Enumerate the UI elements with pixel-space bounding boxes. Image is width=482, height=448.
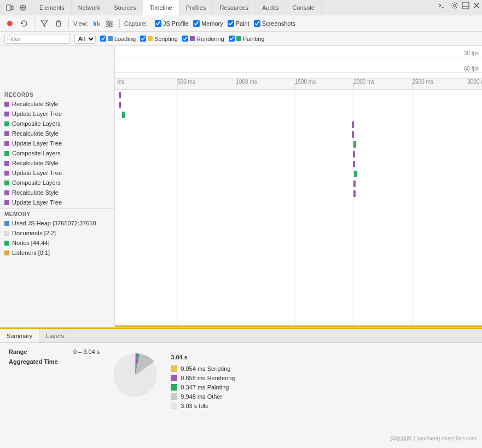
bar-1 (119, 102, 121, 108)
legend-idle: 3.03 s Idle (171, 403, 235, 409)
tab-console[interactable]: Console (286, 0, 322, 15)
left-panel: RECORDS Recalculate Style Update Layer T… (0, 90, 115, 327)
refresh-button[interactable] (19, 18, 30, 29)
memory-nodes[interactable]: Nodes [44:44] (0, 238, 114, 248)
settings-icon[interactable] (449, 0, 460, 11)
summary-content: Range 0 – 3.04 s Aggregated Time (0, 343, 482, 448)
memory-listeners[interactable]: Listeners [0:1] (0, 248, 114, 258)
left-panel-top (0, 46, 115, 90)
terminal-icon[interactable] (436, 0, 447, 11)
scripting-color (148, 36, 153, 41)
capture-paint[interactable]: Paint (228, 20, 249, 27)
grid-lines (115, 90, 482, 327)
filter-input[interactable] (4, 34, 70, 44)
fps-area: 30 fps 60 fps (115, 46, 482, 79)
svg-point-22 (108, 25, 110, 27)
svg-rect-1 (11, 6, 13, 10)
mem-dot-3 (4, 241, 9, 246)
view-icons (91, 18, 115, 29)
record-button[interactable] (4, 18, 15, 29)
device-icon[interactable] (4, 2, 15, 13)
bar-2 (122, 112, 125, 118)
inspect-icon[interactable] (18, 2, 28, 13)
filter-rendering[interactable]: Rendering (182, 36, 224, 42)
record-composite-3[interactable]: Composite Layers (0, 178, 114, 188)
filter-painting[interactable]: Painting (229, 36, 265, 42)
summary-tab-layers[interactable]: Layers (39, 329, 71, 342)
record-recalc-style-3[interactable]: Recalculate Style (0, 158, 114, 168)
mem-dot-4 (4, 251, 9, 255)
memory-documents[interactable]: Documents [2:2] (0, 228, 114, 238)
tab-timeline[interactable]: Timeline (143, 0, 179, 15)
capture-screenshots[interactable]: Screenshots (254, 20, 295, 27)
range-value: 0 – 3.04 s (73, 348, 100, 355)
legend-painting: 0.347 ms Painting (171, 384, 235, 391)
legend-idle-color (171, 403, 177, 409)
capture-options: JS Profile Memory Paint Screenshots (155, 20, 295, 27)
summary-right: 3.04 s 0.054 ms Scripting 0.658 ms Rende… (111, 348, 235, 443)
svg-rect-13 (94, 21, 95, 26)
record-recalc-style-1[interactable]: Recalculate Style (0, 99, 114, 109)
svg-rect-14 (95, 22, 96, 26)
fps-60-label: 60 fps (464, 66, 479, 72)
filter-select[interactable]: All (74, 34, 96, 44)
timeline-area: 30 fps 60 fps ms 500 ms 1000 ms 1500 ms … (0, 46, 482, 328)
legend-other-color (171, 393, 177, 400)
record-composite-1[interactable]: Composite Layers (0, 119, 114, 129)
legend-rendering: 0.658 ms Rendering (171, 375, 235, 381)
record-dot-1 (4, 102, 9, 107)
dock-icon[interactable] (460, 0, 471, 11)
bar-9 (353, 181, 356, 187)
trash-icon[interactable] (53, 18, 64, 29)
filter-loading[interactable]: Loading (100, 36, 136, 42)
record-update-layer-4[interactable]: Update Layer Tree (0, 197, 114, 207)
fps-30-line (115, 57, 482, 57)
separator-1 (34, 19, 34, 28)
main-area: 30 fps 60 fps ms 500 ms 1000 ms 1500 ms … (0, 46, 482, 448)
tab-elements[interactable]: Elements (33, 0, 72, 15)
sliders-view-icon[interactable] (104, 18, 115, 29)
bar-8 (354, 171, 357, 177)
tab-audits[interactable]: Audits (255, 0, 286, 15)
svg-point-6 (454, 4, 456, 7)
records-header: RECORDS (0, 90, 114, 99)
svg-point-20 (107, 21, 109, 23)
record-update-layer-3[interactable]: Update Layer Tree (0, 168, 114, 178)
memory-jsheap[interactable]: Used JS Heap [3765072:37650 (0, 218, 114, 228)
record-update-layer-1[interactable]: Update Layer Tree (0, 109, 114, 119)
tab-icon-area (4, 0, 28, 15)
bar-4 (352, 131, 354, 138)
painting-color (236, 36, 241, 41)
filter-scripting[interactable]: Scripting (140, 36, 178, 42)
record-dot-2 (4, 112, 9, 117)
devtools-tabbar: Elements Network Sources Timeline Profil… (0, 0, 482, 15)
svg-rect-15 (97, 21, 98, 26)
capture-memory[interactable]: Memory (193, 20, 223, 27)
close-icon[interactable] (471, 0, 482, 11)
capture-jsprofile[interactable]: JS Profile (155, 20, 189, 27)
range-key: Range (9, 348, 69, 355)
record-recalc-style-4[interactable]: Recalculate Style (0, 188, 114, 197)
legend-other: 9.948 ms Other (171, 393, 235, 400)
legend-scripting: 0.054 ms Scripting (171, 365, 235, 372)
svg-marker-12 (41, 21, 48, 27)
legend-rendering-color (171, 375, 177, 381)
summary-range-row: Range 0 – 3.04 s (9, 348, 100, 355)
legend-items: 3.04 s 0.054 ms Scripting 0.658 ms Rende… (171, 354, 235, 409)
mem-dot-2 (4, 231, 9, 236)
summary-left: Range 0 – 3.04 s Aggregated Time (9, 348, 100, 443)
right-top: 30 fps 60 fps ms 500 ms 1000 ms 1500 ms … (115, 46, 482, 90)
memory-header: MEMORY (0, 209, 114, 218)
tab-profiles[interactable]: Profiles (179, 0, 213, 15)
tab-resources[interactable]: Resources (213, 0, 255, 15)
summary-tabs: Summary Layers (0, 329, 482, 343)
mem-dot-1 (4, 221, 9, 226)
summary-tab-summary[interactable]: Summary (0, 329, 39, 342)
tab-sources[interactable]: Sources (107, 0, 143, 15)
tab-network[interactable]: Network (72, 0, 107, 15)
record-recalc-style-2[interactable]: Recalculate Style (0, 129, 114, 138)
bars-view-icon[interactable] (91, 18, 102, 29)
record-update-layer-2[interactable]: Update Layer Tree (0, 138, 114, 148)
filter-icon[interactable] (39, 18, 50, 29)
record-composite-2[interactable]: Composite Layers (0, 148, 114, 158)
